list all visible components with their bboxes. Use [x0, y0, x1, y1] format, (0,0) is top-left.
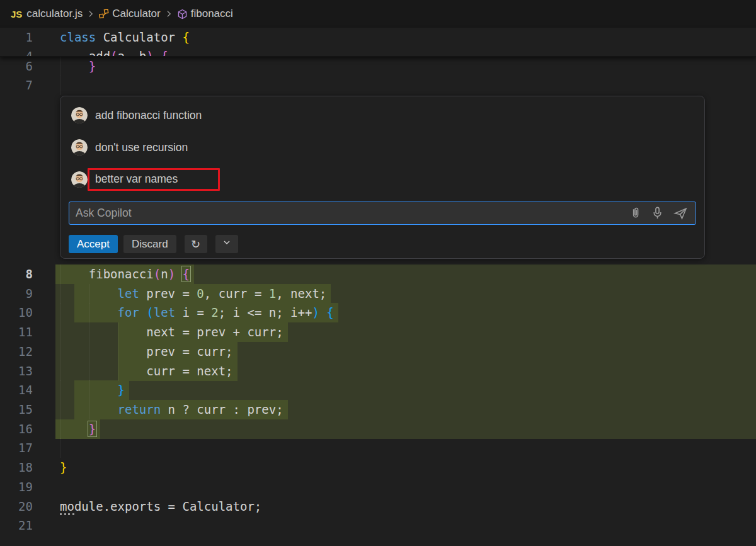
regenerate-button[interactable]: ↻: [185, 235, 207, 253]
code-line-20[interactable]: 20module.exports = Calculator;: [0, 497, 756, 516]
chat-message-text: don't use recursion: [95, 141, 188, 154]
chevron-down-icon: [222, 237, 232, 251]
code-line-12[interactable]: 12 prev = curr;: [0, 342, 756, 361]
code-text: module.exports = Calculator;: [60, 497, 261, 516]
code-editor[interactable]: 6 }78 fibonacci(n) {9 let prev = 0, curr…: [0, 0, 756, 546]
code-line-4[interactable]: 4 add(a, b) {: [0, 47, 756, 57]
chat-input[interactable]: [69, 207, 629, 220]
inline-chat-widget: add fibonacci function don't use recursi…: [60, 96, 705, 259]
discard-button[interactable]: Discard: [123, 235, 176, 253]
line-number: 15: [0, 400, 33, 419]
code-line-9[interactable]: 9 let prev = 0, curr = 1, next;: [0, 284, 756, 304]
code-line-15[interactable]: 15 return n ? curr : prev;: [0, 400, 756, 419]
sticky-scroll[interactable]: 1class Calculator {4 add(a, b) {: [0, 28, 756, 57]
chat-input-container: [69, 202, 696, 225]
vscode-editor-window: JS calculator.js Calculator fibonacci 1c…: [0, 0, 756, 546]
chat-input-icons: [629, 206, 696, 220]
line-number: 17: [0, 438, 33, 458]
code-text: }: [60, 57, 96, 76]
code-line-16[interactable]: 16 }: [0, 419, 756, 439]
code-text: return n ? curr : prev;: [60, 400, 284, 419]
inline-chat-actions: Accept Discard ↻: [69, 235, 696, 253]
code-text: class Calculator {: [60, 28, 190, 47]
chat-message-text: better var names: [95, 173, 178, 185]
code-text: let prev = 0, curr = 1, next;: [60, 284, 326, 304]
line-number: 12: [0, 342, 33, 361]
diff-inserted-line-background: [55, 380, 756, 401]
line-number: 20: [0, 497, 33, 516]
diff-inserted-line-background: [55, 419, 756, 440]
code-text: curr = next;: [60, 361, 233, 381]
indent-guide: [60, 76, 60, 95]
attach-paperclip-icon[interactable]: [629, 206, 642, 220]
code-text: add(a, b) {: [60, 47, 168, 57]
send-icon[interactable]: [673, 207, 688, 220]
code-line-13[interactable]: 13 curr = next;: [0, 361, 756, 381]
code-line-8[interactable]: 8 fibonacci(n) {: [0, 264, 756, 284]
code-text: }: [60, 458, 67, 477]
chat-message-row: don't use recursion: [69, 137, 696, 158]
line-number: 8: [0, 264, 33, 284]
line-number: 6: [0, 57, 33, 76]
more-actions-button[interactable]: [215, 235, 238, 253]
code-line-19[interactable]: 19: [0, 477, 756, 497]
line-number: 9: [0, 284, 33, 304]
line-number: 4: [0, 47, 33, 57]
line-number: 19: [0, 477, 33, 497]
code-text: next = prev + curr;: [60, 322, 284, 342]
code-line-11[interactable]: 11 next = prev + curr;: [0, 322, 756, 342]
line-number: 10: [0, 303, 33, 322]
line-number: 14: [0, 380, 33, 400]
code-line-17[interactable]: 17: [0, 438, 756, 458]
code-line-18[interactable]: 18}: [0, 458, 756, 477]
code-text: }: [60, 419, 96, 439]
code-text: prev = curr;: [60, 342, 233, 361]
code-text: for (let i = 2; i <= n; i++) {: [60, 303, 334, 322]
code-line-1[interactable]: 1class Calculator {: [0, 28, 756, 47]
line-number: 21: [0, 516, 33, 535]
user-avatar-icon: [71, 107, 88, 123]
line-number: 11: [0, 322, 33, 342]
chat-message-text: add fibonacci function: [95, 109, 202, 122]
annotation-box: better var names: [88, 168, 220, 191]
code-text: }: [60, 380, 125, 400]
chat-message-row: better var names: [69, 169, 696, 190]
code-line-6[interactable]: 6 }: [0, 57, 756, 76]
code-line-14[interactable]: 14 }: [0, 380, 756, 400]
chat-message-row: add fibonacci function: [69, 105, 696, 126]
code-line-10[interactable]: 10 for (let i = 2; i <= n; i++) {: [0, 303, 756, 322]
user-avatar-icon: [71, 171, 88, 188]
line-number: 16: [0, 419, 33, 439]
accept-button[interactable]: Accept: [69, 235, 118, 253]
line-number: 1: [0, 28, 33, 47]
line-number: 18: [0, 458, 33, 477]
indent-guide: [60, 438, 60, 458]
microphone-icon[interactable]: [651, 206, 664, 220]
code-line-21[interactable]: 21: [0, 516, 756, 535]
refresh-icon: ↻: [191, 237, 200, 251]
user-avatar-icon: [71, 139, 88, 156]
line-number: 7: [0, 76, 33, 95]
line-number: 13: [0, 361, 33, 381]
code-line-7[interactable]: 7: [0, 76, 756, 95]
code-text: fibonacci(n) {: [60, 264, 190, 284]
